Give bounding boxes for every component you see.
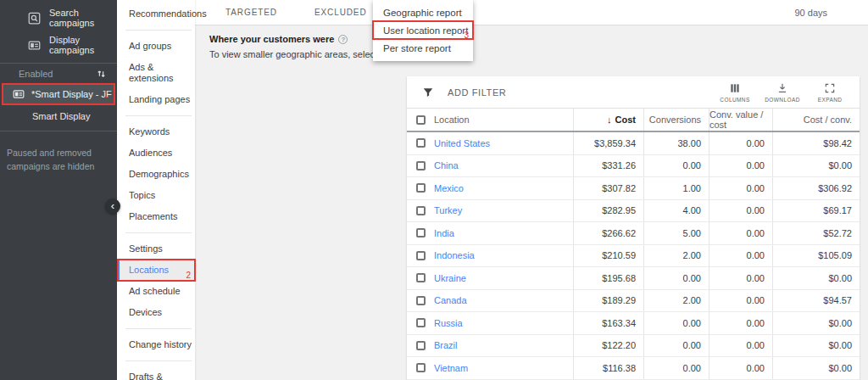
sidebar-item-search-campaigns[interactable]: Search campaigns [0,4,117,31]
menu-item-topics[interactable]: Topics [117,185,195,206]
row-checkbox[interactable] [416,138,426,148]
location-cell: Russia [434,312,574,334]
cost-per-conv-cell: $52.72 [773,222,860,244]
campaign-sidebar: Search campaigns Display campaigns Enabl… [0,0,117,380]
columns-icon [729,82,741,94]
tab-targeted[interactable]: TARGETED [207,8,296,17]
conv-value-cost-cell: 0.00 [709,335,773,357]
select-all-checkbox[interactable] [416,115,426,125]
page-title: Where your customers were [209,34,334,44]
location-link[interactable]: Ukraine [434,273,466,283]
menu-divider [125,30,192,31]
menu-item-geographic-report[interactable]: Geographic report [373,3,473,21]
help-icon[interactable]: ? [338,35,348,44]
conv-value-cost-cell: 0.00 [709,245,773,267]
main-content: TARGETEDEXCLUDED 90 days Where your cust… [195,0,868,380]
table-row-brazil: Brazil$122.200.000.00$0.00 [407,335,860,358]
column-header-location[interactable]: Location [434,109,574,131]
location-cell: Vietnam [434,357,574,379]
row-checkbox[interactable] [416,161,426,170]
collapse-sidebar-button[interactable]: ‹ [105,198,120,214]
expand-icon [824,82,836,94]
row-checkbox[interactable] [416,318,426,327]
row-checkbox[interactable] [416,363,426,372]
cost-cell: $331.26 [574,155,644,177]
menu-item-per-store-report[interactable]: Per store report [373,39,473,57]
columns-button[interactable]: COLUMNS [714,82,756,103]
location-link[interactable]: Vietnam [434,363,468,373]
row-checkbox[interactable] [416,341,426,350]
location-link[interactable]: India [434,228,454,238]
location-link[interactable]: Indonesia [434,250,475,260]
sort-desc-icon: ↓ [607,115,612,125]
location-link[interactable]: Brazil [434,340,458,350]
column-header-conversions[interactable]: Conversions [644,109,709,131]
sidebar-divider [0,131,117,131]
row-checkbox[interactable] [416,206,426,215]
download-label: DOWNLOAD [765,97,799,103]
row-checkbox[interactable] [416,183,426,193]
row-checkbox-cell [407,183,434,193]
campaign-group-label[interactable]: Smart Display [0,105,117,127]
conv-value-cost-cell: 0.00 [709,290,773,312]
row-checkbox[interactable] [416,296,426,305]
column-header-conv-value-cost[interactable]: Conv. value / cost [709,109,773,131]
location-link[interactable]: United States [434,138,490,148]
row-checkbox[interactable] [416,273,426,282]
menu-divider [125,360,192,361]
report-tabs-bar: TARGETEDEXCLUDED [195,0,868,25]
menu-item-ad-schedule[interactable]: Ad schedule [117,281,195,302]
menu-item-locations[interactable]: Locations2 [117,260,195,281]
menu-item-audiences[interactable]: Audiences [117,142,195,164]
table-toolbar: ADD FILTER COLUMNS DOWNLOAD [407,76,860,109]
download-button[interactable]: DOWNLOAD [761,82,804,103]
cost-cell: $195.68 [574,267,644,289]
conv-value-cost-cell: 0.00 [709,222,773,244]
sort-icon[interactable] [96,68,107,79]
menu-item-keywords[interactable]: Keywords [117,121,195,142]
add-filter-button[interactable]: ADD FILTER [448,87,506,98]
menu-item-settings[interactable]: Settings [117,238,195,260]
menu-divider [125,328,192,329]
location-link[interactable]: Canada [434,295,467,305]
sidebar-item-display-campaigns[interactable]: Display campaigns [0,31,117,59]
campaign-item-smart-display-jf[interactable]: *Smart Display - JF 1 [2,83,115,105]
location-link[interactable]: Turkey [434,205,462,215]
report-type-dropdown-list: Geographic reportUser location report3Pe… [373,3,473,57]
cost-per-conv-cell: $0.00 [773,312,860,334]
column-header-cost[interactable]: ↓Cost [574,109,644,131]
conversions-cell: 0.00 [644,335,709,357]
cost-per-conv-cell: $306.92 [773,177,860,199]
location-cell: China [434,155,574,177]
menu-item-user-location-report[interactable]: User location report3 [373,21,473,39]
menu-item-recommendations[interactable]: Recommendations [117,3,195,25]
location-link[interactable]: China [434,160,459,170]
columns-label: COLUMNS [720,97,749,103]
menu-item-demographics[interactable]: Demographics [117,164,195,185]
table-row-ukraine: Ukraine$195.680.000.00$0.00 [407,267,860,290]
menu-item-change-history[interactable]: Change history [117,334,195,355]
menu-item-devices[interactable]: Devices [117,302,195,323]
row-checkbox-cell [407,206,434,215]
cost-per-conv-cell: $0.00 [773,267,860,289]
location-link[interactable]: Mexico [434,183,464,193]
row-checkbox-cell [407,363,434,372]
tab-excluded[interactable]: EXCLUDED [296,8,386,17]
menu-item-drafts-experiments[interactable]: Drafts & experiments [117,366,195,380]
row-checkbox-cell [407,228,434,238]
menu-item-landing-pages[interactable]: Landing pages [117,89,195,110]
row-checkbox[interactable] [416,251,426,260]
menu-item-placements[interactable]: Placements [117,206,195,227]
conversions-cell: 2.00 [644,245,709,267]
row-checkbox-cell [407,296,434,305]
conversions-cell: 5.00 [644,222,709,244]
menu-item-ad-groups[interactable]: Ad groups [117,36,195,57]
column-header-cost-conv[interactable]: Cost / conv. [773,109,860,131]
expand-button[interactable]: EXPAND [809,82,851,103]
row-checkbox[interactable] [416,228,426,238]
conversions-cell: 0.00 [644,357,709,379]
menu-item-ads-extensions[interactable]: Ads & extensions [117,57,195,89]
location-link[interactable]: Russia [434,318,463,328]
date-range-selector[interactable]: 90 days [794,8,827,18]
table-row-mexico: Mexico$307.821.000.00$306.92 [407,177,860,200]
